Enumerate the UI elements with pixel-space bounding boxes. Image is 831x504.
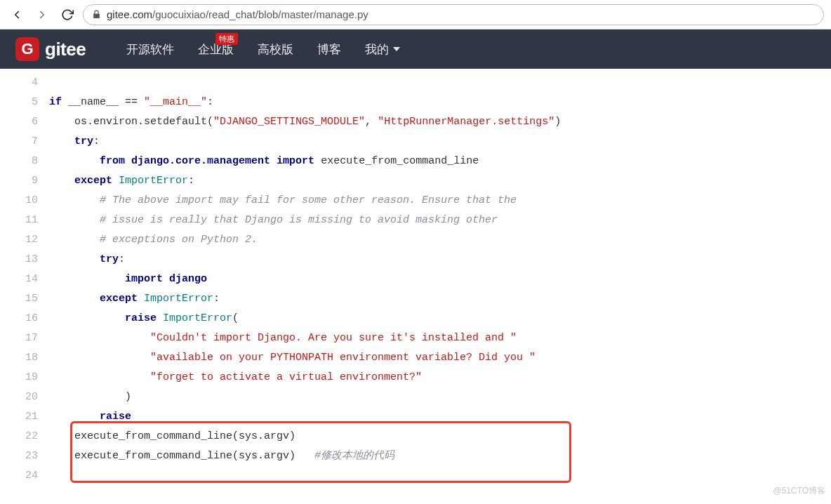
code-content: import django [49, 270, 831, 289]
line-number[interactable]: 19 [0, 368, 49, 387]
forward-button[interactable] [32, 5, 52, 25]
code-line: 23 execute_from_command_line(sys.argv) #… [0, 446, 831, 466]
code-line: 10 # The above import may fail for some … [0, 191, 831, 211]
browser-toolbar: gitee.com/guocuixiao/read_chat/blob/mast… [0, 0, 831, 29]
line-number[interactable]: 11 [0, 211, 49, 230]
logo-badge: G [15, 37, 39, 61]
code-content: except ImportError: [49, 289, 831, 309]
line-number[interactable]: 4 [0, 73, 49, 93]
code-content: raise [49, 407, 831, 427]
nav-university[interactable]: 高校版 [258, 41, 293, 58]
code-line: 16 raise ImportError( [0, 309, 831, 329]
line-number[interactable]: 10 [0, 191, 49, 211]
line-number[interactable]: 24 [0, 466, 49, 486]
code-line: 20 ) [0, 387, 831, 407]
code-content: try: [49, 132, 831, 152]
code-content: "forget to activate a virtual environmen… [49, 368, 831, 387]
code-content: try: [49, 250, 831, 270]
code-content: # exceptions on Python 2. [49, 230, 831, 250]
code-line: 12 # exceptions on Python 2. [0, 230, 831, 250]
code-line: 13 try: [0, 250, 831, 270]
code-line: 19 "forget to activate a virtual environ… [0, 368, 831, 387]
code-content: ) [49, 387, 831, 407]
back-button[interactable] [7, 5, 27, 25]
code-line: 21 raise [0, 407, 831, 427]
main-nav: 开源软件 企业版 特惠 高校版 博客 我的 [126, 41, 400, 58]
code-content: raise ImportError( [49, 309, 831, 329]
code-content: "available on your PYTHONPATH environmen… [49, 348, 831, 368]
site-header: G gitee 开源软件 企业版 特惠 高校版 博客 我的 [0, 29, 831, 69]
code-line: 6 os.environ.setdefault("DJANGO_SETTINGS… [0, 112, 831, 132]
code-content: if __name__ == "__main__": [49, 93, 831, 112]
code-line: 24 [0, 466, 831, 486]
line-number[interactable]: 16 [0, 309, 49, 329]
code-content: "Couldn't import Django. Are you sure it… [49, 329, 831, 348]
code-content [49, 466, 831, 486]
code-line: 7 try: [0, 132, 831, 152]
code-table: 45if __name__ == "__main__":6 os.environ… [0, 73, 831, 486]
line-number[interactable]: 22 [0, 427, 49, 446]
line-number[interactable]: 17 [0, 329, 49, 348]
logo-text: gitee [45, 39, 86, 60]
code-line: 18 "available on your PYTHONPATH environ… [0, 348, 831, 368]
lock-icon [92, 10, 101, 19]
code-line: 9 except ImportError: [0, 171, 831, 191]
code-content [49, 73, 831, 93]
code-content: # issue is really that Django is missing… [49, 211, 831, 230]
line-number[interactable]: 20 [0, 387, 49, 407]
line-number[interactable]: 7 [0, 132, 49, 152]
nav-open-source[interactable]: 开源软件 [126, 41, 174, 58]
watermark: @51CTO博客 [773, 485, 825, 497]
url-text: gitee.com/guocuixiao/read_chat/blob/mast… [107, 8, 368, 20]
line-number[interactable]: 13 [0, 250, 49, 270]
code-content: except ImportError: [49, 171, 831, 191]
code-line: 8 from django.core.management import exe… [0, 152, 831, 171]
code-line: 22 execute_from_command_line(sys.argv) [0, 427, 831, 446]
code-content: from django.core.management import execu… [49, 152, 831, 171]
line-number[interactable]: 12 [0, 230, 49, 250]
line-number[interactable]: 21 [0, 407, 49, 427]
code-content: # The above import may fail for some oth… [49, 191, 831, 211]
line-number[interactable]: 15 [0, 289, 49, 309]
nav-enterprise[interactable]: 企业版 特惠 [198, 41, 234, 58]
reload-button[interactable] [58, 5, 77, 25]
code-line: 11 # issue is really that Django is miss… [0, 211, 831, 230]
line-number[interactable]: 5 [0, 93, 49, 112]
line-number[interactable]: 18 [0, 348, 49, 368]
code-content: execute_from_command_line(sys.argv) [49, 427, 831, 446]
address-bar[interactable]: gitee.com/guocuixiao/read_chat/blob/mast… [83, 4, 824, 25]
code-viewer: 45if __name__ == "__main__":6 os.environ… [0, 69, 831, 500]
code-line: 5if __name__ == "__main__": [0, 93, 831, 112]
line-number[interactable]: 8 [0, 152, 49, 171]
line-number[interactable]: 6 [0, 112, 49, 132]
line-number[interactable]: 14 [0, 270, 49, 289]
code-line: 15 except ImportError: [0, 289, 831, 309]
site-logo[interactable]: G gitee [15, 37, 86, 61]
code-line: 14 import django [0, 270, 831, 289]
url-path: /guocuixiao/read_chat/blob/master/manage… [152, 8, 368, 20]
nav-mine-label: 我的 [365, 41, 389, 58]
chevron-down-icon [393, 47, 400, 51]
nav-mine[interactable]: 我的 [365, 41, 400, 58]
code-content: execute_from_command_line(sys.argv) #修改本… [49, 446, 831, 466]
line-number[interactable]: 9 [0, 171, 49, 191]
code-line: 17 "Couldn't import Django. Are you sure… [0, 329, 831, 348]
line-number[interactable]: 23 [0, 446, 49, 466]
url-host: gitee.com [107, 8, 152, 20]
nav-blog[interactable]: 博客 [317, 41, 341, 58]
code-content: os.environ.setdefault("DJANGO_SETTINGS_M… [49, 112, 831, 132]
code-line: 4 [0, 73, 831, 93]
promo-badge: 特惠 [215, 33, 238, 45]
